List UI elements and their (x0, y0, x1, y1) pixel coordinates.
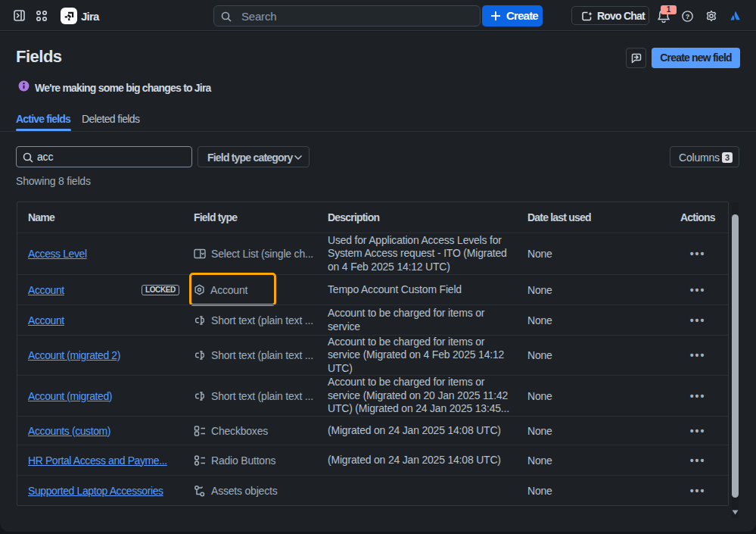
svg-text:?: ? (686, 13, 689, 20)
